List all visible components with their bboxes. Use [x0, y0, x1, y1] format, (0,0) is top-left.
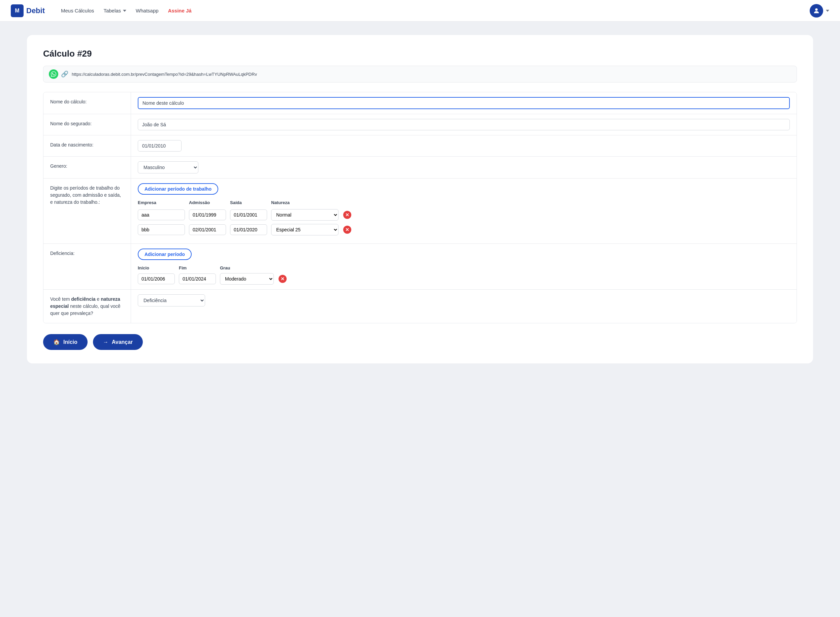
genero-cell: Masculino Feminino	[131, 156, 797, 178]
link-icon: 🔗	[61, 70, 68, 78]
data-nascimento-cell	[131, 136, 797, 156]
user-menu[interactable]	[810, 4, 829, 18]
nome-calculo-input[interactable]	[138, 97, 790, 109]
saida-input-2[interactable]	[230, 224, 267, 235]
col-natureza-header: Natureza	[271, 200, 338, 205]
form-row-deficiencia: Deficiencia: Adicionar período Início Fi…	[43, 244, 797, 290]
data-nascimento-input[interactable]	[138, 140, 182, 152]
col-saida-header: Saída	[230, 200, 267, 205]
deficiencia-label: Deficiencia:	[43, 244, 131, 289]
nome-segurado-input[interactable]	[138, 119, 790, 130]
remove-period-1-button[interactable]: ✕	[342, 210, 352, 220]
form-row-prevalece: Você tem deficiência e natureza especial…	[43, 290, 797, 323]
brand-name: Debit	[26, 6, 45, 15]
prevalece-label-text: Você tem deficiência e natureza especial…	[50, 296, 124, 317]
col-empresa-header: Empresa	[138, 200, 185, 205]
remove-period-2-icon: ✕	[343, 226, 351, 234]
prevalece-bold-deficiencia: deficiência	[71, 297, 95, 302]
nav-assine-ja[interactable]: Assine Já	[168, 8, 192, 13]
col-admissao-header: Admissão	[189, 200, 226, 205]
inicio-button[interactable]: 🏠 Início	[43, 334, 87, 350]
col-grau-header: Grau	[220, 266, 274, 270]
periodos-cell: Adicionar período de trabalho Empresa Ad…	[131, 179, 797, 244]
whatsapp-icon	[49, 69, 58, 79]
form-row-data-nascimento: Data de nascimento:	[43, 136, 797, 156]
svg-point-0	[815, 8, 818, 10]
add-periodo-button[interactable]: Adicionar período de trabalho	[138, 183, 218, 195]
empresa-input-1[interactable]	[138, 210, 185, 220]
brand-icon: M	[11, 4, 24, 17]
nome-calculo-label: Nome do cálculo:	[43, 92, 131, 114]
url-bar-icons: 🔗	[49, 69, 68, 79]
genero-label: Genero:	[43, 156, 131, 178]
actions: 🏠 Início → Avançar	[43, 334, 797, 350]
natureza-select-1[interactable]: Normal Especial 15 Especial 20 Especial …	[271, 209, 338, 221]
url-bar: 🔗 https://calculadoras.debit.com.br/prev…	[43, 66, 797, 83]
avancar-button[interactable]: → Avançar	[93, 334, 143, 350]
periods-table: Empresa Admissão Saída Natureza Normal	[138, 200, 790, 239]
prevalece-label-cell: Você tem deficiência e natureza especial…	[43, 290, 131, 323]
deficiencia-cell: Adicionar período Início Fim Grau Leve M…	[131, 244, 797, 289]
admissao-input-1[interactable]	[189, 210, 226, 220]
main-card: Cálculo #29 🔗 https://calculadoras.debit…	[27, 35, 813, 363]
chevron-down-icon	[123, 10, 126, 12]
arrow-right-icon: →	[103, 339, 108, 345]
deficiency-row-1: Leve Moderado Grave ✕	[138, 273, 287, 285]
deficiencia-fim-input-1[interactable]	[179, 273, 216, 284]
form-row-nome-segurado: Nome do segurado:	[43, 114, 797, 136]
saida-input-1[interactable]	[230, 210, 267, 220]
user-avatar-icon	[810, 4, 823, 18]
prevalece-select[interactable]: Deficiência Natureza especial	[138, 294, 205, 307]
nav-meus-calculos[interactable]: Meus Cálculos	[61, 8, 94, 13]
periodos-label: Digite os períodos de trabalho do segura…	[43, 179, 131, 244]
add-deficiencia-button[interactable]: Adicionar período	[138, 248, 192, 260]
home-icon: 🏠	[53, 339, 60, 345]
nav-whatsapp[interactable]: Whatsapp	[136, 8, 159, 13]
nav-links: Meus Cálculos Tabelas Whatsapp Assine Já	[61, 8, 799, 13]
grau-select-1[interactable]: Leve Moderado Grave	[220, 273, 274, 285]
genero-select[interactable]: Masculino Feminino	[138, 161, 198, 173]
empresa-input-2[interactable]	[138, 224, 185, 235]
nome-segurado-label: Nome do segurado:	[43, 114, 131, 135]
user-chevron-down-icon	[826, 10, 829, 12]
nome-segurado-cell	[131, 114, 797, 135]
data-nascimento-label: Data de nascimento:	[43, 136, 131, 156]
remove-period-1-icon: ✕	[343, 211, 351, 219]
url-text: https://calculadoras.debit.com.br/prevCo…	[72, 72, 257, 77]
periods-header: Empresa Admissão Saída Natureza	[138, 200, 790, 207]
nav-tabelas[interactable]: Tabelas	[103, 8, 126, 13]
navbar: M Debit Meus Cálculos Tabelas Whatsapp A…	[0, 0, 840, 22]
form-table: Nome do cálculo: Nome do segurado: Data …	[43, 92, 797, 323]
prevalece-cell: Deficiência Natureza especial	[131, 290, 797, 323]
remove-deficiencia-1-icon: ✕	[279, 275, 286, 283]
remove-deficiencia-1-button[interactable]: ✕	[278, 274, 287, 283]
page-title: Cálculo #29	[43, 49, 797, 59]
main-content: Cálculo #29 🔗 https://calculadoras.debit…	[0, 22, 840, 377]
natureza-select-2[interactable]: Normal Especial 15 Especial 20 Especial …	[271, 224, 338, 235]
form-row-periodos: Digite os períodos de trabalho do segura…	[43, 179, 797, 244]
brand-logo[interactable]: M Debit	[11, 4, 45, 17]
form-row-nome-calculo: Nome do cálculo:	[43, 92, 797, 114]
deficiency-header: Início Fim Grau	[138, 266, 274, 270]
form-row-genero: Genero: Masculino Feminino	[43, 156, 797, 179]
col-fim-header: Fim	[179, 266, 216, 270]
remove-period-2-button[interactable]: ✕	[342, 225, 352, 235]
deficiencia-inicio-input-1[interactable]	[138, 273, 175, 284]
nome-calculo-cell	[131, 92, 797, 114]
period-row-2: Normal Especial 15 Especial 20 Especial …	[138, 224, 790, 235]
col-inicio-header: Início	[138, 266, 175, 270]
period-row-1: Normal Especial 15 Especial 20 Especial …	[138, 209, 790, 221]
admissao-input-2[interactable]	[189, 224, 226, 235]
